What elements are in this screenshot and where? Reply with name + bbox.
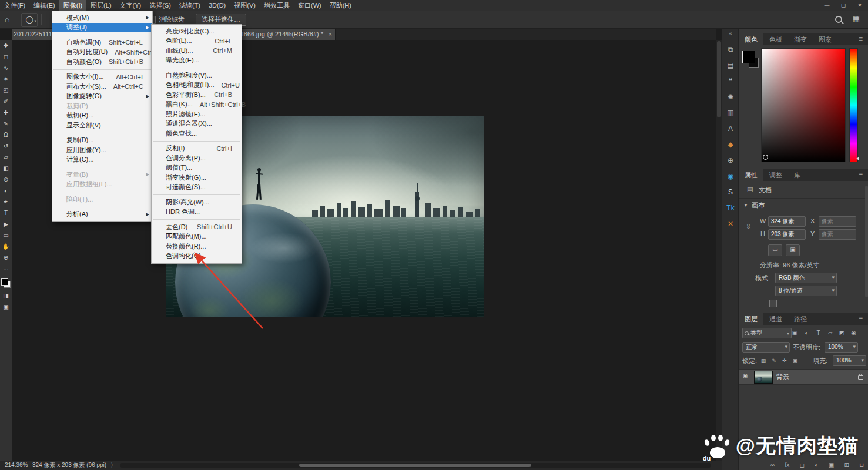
menu-item[interactable]: 应用数据组(L)... xyxy=(52,180,152,190)
tool-preset-button[interactable]: ◯▾ xyxy=(21,13,38,27)
menubar-item[interactable]: 选择(S) xyxy=(145,0,175,11)
adjustments-panel-icon[interactable]: ✺ xyxy=(723,89,738,105)
panel-tab[interactable]: 色板 xyxy=(763,33,788,45)
menu-item[interactable]: 图像大小(I)... Alt+Ctrl+I xyxy=(52,72,152,82)
crop-tool[interactable]: ◰ xyxy=(0,85,12,96)
adjustment-layer-icon[interactable]: ◐ xyxy=(815,462,818,468)
close-icon[interactable]: × xyxy=(329,28,332,40)
menubar-item[interactable]: 3D(D) xyxy=(205,0,230,11)
properties-checkbox[interactable] xyxy=(769,300,777,307)
hand-tool[interactable]: ✋ xyxy=(0,241,12,252)
menu-item[interactable]: 变量(B) ▶ xyxy=(52,170,152,180)
height-field[interactable]: 203 像素 xyxy=(768,229,806,240)
menubar-item[interactable]: 图层(L) xyxy=(86,0,115,11)
menubar-item[interactable]: 编辑(E) xyxy=(29,0,59,11)
color-picker-marker[interactable] xyxy=(763,155,768,160)
filter-shape-icon[interactable]: ▱ xyxy=(826,328,835,337)
menu-item[interactable]: 阴影/高光(W)... xyxy=(152,197,242,207)
horizontal-scrollbar[interactable] xyxy=(120,463,711,468)
layer-thumbnail[interactable] xyxy=(754,371,773,384)
panel-tab[interactable]: 颜色 xyxy=(739,33,763,45)
menu-item[interactable]: 匹配颜色(M)... xyxy=(152,232,242,242)
menu-item[interactable]: 色相/饱和度(H)... Ctrl+U xyxy=(152,80,242,90)
canvas-vertical-scrollbar[interactable] xyxy=(716,40,722,461)
panel-tab[interactable]: 路径 xyxy=(788,313,813,325)
panel-tab[interactable]: 通道 xyxy=(763,313,788,325)
menu-item[interactable]: 颜色查找... xyxy=(152,129,242,139)
layer-group-icon[interactable]: ▣ xyxy=(829,462,834,468)
zoom-tool[interactable]: ⊕ xyxy=(0,252,12,263)
menu-item[interactable]: 黑白(K)... Alt+Shift+Ctrl+B xyxy=(152,100,242,110)
quick-selection-tool[interactable]: ✶ xyxy=(0,73,12,85)
menubar-item[interactable]: 文字(Y) xyxy=(116,0,146,11)
panel-menu-icon[interactable]: ≡ xyxy=(854,169,867,180)
styles-panel-icon[interactable]: S xyxy=(723,184,738,200)
menubar-item[interactable]: 帮助(H) xyxy=(326,0,356,11)
panel-tab[interactable]: 渐变 xyxy=(788,33,813,45)
layer-effects-icon[interactable]: fx xyxy=(785,462,789,468)
menubar-item[interactable]: 滤镜(T) xyxy=(175,0,205,11)
menu-item[interactable]: 画布大小(S)... Alt+Ctrl+C xyxy=(52,82,152,92)
menu-item[interactable]: 渐变映射(G)... xyxy=(152,173,242,183)
hue-slider-marker[interactable] xyxy=(856,157,859,160)
zoom-panel-icon[interactable]: ⊕ xyxy=(723,152,738,168)
histogram-panel-icon[interactable]: ▥ xyxy=(723,105,738,120)
canvas-rotate-button[interactable]: ▭ xyxy=(768,244,782,256)
menu-item[interactable]: 应用图像(Y)... xyxy=(52,145,152,155)
menu-item[interactable]: 色调分离(P)... xyxy=(152,153,242,163)
menubar-item[interactable]: 图像(I) xyxy=(59,0,86,11)
menu-item[interactable]: 可选颜色(S)... xyxy=(152,183,242,193)
screen-mode-icon[interactable]: ▣ xyxy=(3,304,8,310)
hue-slider[interactable] xyxy=(849,48,858,162)
y-field[interactable]: 像素 xyxy=(819,229,856,240)
menu-item[interactable]: HDR 色调... xyxy=(152,207,242,217)
layer-filter-select[interactable]: 类型 ▾ xyxy=(742,328,792,338)
panel-tab[interactable]: 调整 xyxy=(763,169,788,181)
panel-tab[interactable]: 库 xyxy=(788,169,806,181)
menu-item[interactable]: 裁切(R)... xyxy=(52,111,152,121)
panel-menu-icon[interactable]: ≡ xyxy=(854,313,867,324)
menu-item[interactable]: 裁剪(P) xyxy=(52,101,152,111)
lock-artboard-icon[interactable]: ▣ xyxy=(792,357,799,365)
x-field[interactable]: 像素 xyxy=(819,216,856,227)
info-panel-icon[interactable]: ◉ xyxy=(723,168,738,184)
layer-row-background[interactable]: ◉ 背景 xyxy=(739,369,868,385)
panel-menu-icon[interactable]: ≡ xyxy=(854,33,867,45)
panel-tab[interactable]: 图案 xyxy=(813,33,837,45)
delete-layer-icon[interactable]: ⊔ xyxy=(859,462,864,468)
menu-item[interactable]: 通道混合器(X)... xyxy=(152,119,242,129)
menubar-item[interactable]: 文件(F) xyxy=(0,0,29,11)
minimize-button[interactable]: — xyxy=(819,0,835,11)
filter-adjustment-icon[interactable]: ◐ xyxy=(802,328,811,337)
search-icon[interactable] xyxy=(835,16,842,23)
menu-item[interactable]: 计算(C)... xyxy=(52,155,152,165)
type-tool[interactable]: T xyxy=(0,207,12,219)
layer-mask-icon[interactable]: ◻ xyxy=(800,462,805,468)
anti-alias-option[interactable]: 消除锯齿 xyxy=(148,15,185,24)
workspace-icon[interactable]: ▦ xyxy=(853,14,860,23)
libraries-panel-icon[interactable]: ▤ xyxy=(723,57,738,73)
clone-stamp-tool[interactable]: Ω xyxy=(0,129,12,140)
menu-item[interactable]: 色彩平衡(B)... Ctrl+B xyxy=(152,90,242,100)
foreground-background-colors[interactable] xyxy=(1,278,11,288)
panel-tab[interactable]: 图层 xyxy=(739,313,763,325)
menu-item[interactable]: 阈值(T)... xyxy=(152,163,242,173)
history-brush-tool[interactable]: ↺ xyxy=(0,140,12,152)
menu-item[interactable]: 复制(D)... xyxy=(52,136,152,146)
link-layers-icon[interactable]: ∞ xyxy=(770,462,775,468)
panel-tab[interactable]: 属性 xyxy=(739,169,763,181)
maximize-button[interactable]: ▢ xyxy=(835,0,852,11)
menu-item[interactable]: 模式(M) ▶ xyxy=(52,13,152,23)
move-tool[interactable]: ✥ xyxy=(0,40,12,51)
filter-toggle-icon[interactable]: ◉ xyxy=(849,328,858,337)
expand-panels-icon[interactable]: « xyxy=(729,31,732,36)
home-icon[interactable]: ⌂ xyxy=(5,15,9,24)
menu-item[interactable]: 自然饱和度(V)... xyxy=(152,70,242,80)
width-field[interactable]: 324 像素 xyxy=(768,216,806,227)
history-panel-icon[interactable]: ⧉ xyxy=(723,41,738,57)
artboard-button[interactable]: ▣ xyxy=(786,244,800,256)
menu-item[interactable]: 去色(D) Shift+Ctrl+U xyxy=(152,222,242,232)
eraser-tool[interactable]: ▱ xyxy=(0,152,12,163)
saturation-brightness-picker[interactable] xyxy=(761,48,846,162)
comments-panel-icon[interactable]: ❝ xyxy=(723,73,738,89)
